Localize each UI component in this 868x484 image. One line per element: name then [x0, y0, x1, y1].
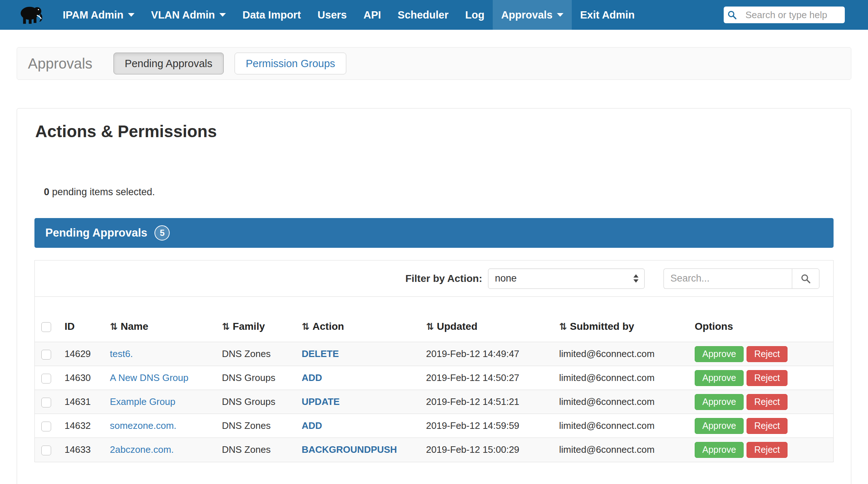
provision-logo[interactable] [18, 4, 44, 25]
row-checkbox[interactable] [41, 446, 51, 455]
col-header-action[interactable]: ⇅Action [297, 297, 422, 342]
help-search-input[interactable] [740, 7, 845, 23]
cell-updated: 2019-Feb-12 14:59:59 [422, 414, 555, 438]
nav-api[interactable]: API [355, 0, 389, 30]
cell-select [35, 342, 60, 366]
cell-submitted-by: limited@6connect.com [555, 342, 690, 366]
select-all-checkbox[interactable] [41, 322, 51, 332]
approval-name-link[interactable]: A New DNS Group [110, 372, 189, 383]
reject-button[interactable]: Reject [747, 346, 788, 362]
reject-button[interactable]: Reject [747, 418, 788, 434]
actions-permissions-panel: Actions & Permissions 0 pending items se… [17, 108, 851, 484]
top-navbar: IPAM Admin VLAN Admin Data Import Users … [0, 0, 868, 30]
approval-name-link[interactable]: somezone.com. [110, 420, 177, 431]
tab-pending-approvals[interactable]: Pending Approvals [113, 53, 224, 74]
row-checkbox[interactable] [41, 350, 51, 360]
table-row: 14630 A New DNS Group DNS Groups ADD 201… [35, 366, 833, 390]
nav-scheduler[interactable]: Scheduler [389, 0, 457, 30]
cell-family: DNS Zones [218, 438, 297, 462]
cell-id: 14630 [60, 366, 106, 390]
cell-select [35, 390, 60, 414]
select-arrows-icon [633, 274, 638, 283]
nav-log[interactable]: Log [457, 0, 493, 30]
cell-options: ApproveReject [690, 342, 833, 366]
cell-updated: 2019-Feb-12 14:49:47 [422, 342, 555, 366]
table-row: 14632 somezone.com. DNS Zones ADD 2019-F… [35, 414, 833, 438]
table-row: 14633 2abczone.com. DNS Zones BACKGROUND… [35, 438, 833, 462]
pending-approvals-header: Pending Approvals 5 [34, 218, 834, 248]
approve-button[interactable]: Approve [695, 370, 744, 386]
row-checkbox[interactable] [41, 398, 51, 407]
nav-data-import[interactable]: Data Import [234, 0, 309, 30]
col-header-family[interactable]: ⇅Family [218, 297, 297, 342]
page-header: Approvals Pending Approvals Permission G… [17, 47, 851, 80]
cell-id: 14632 [60, 414, 106, 438]
cell-submitted-by: limited@6connect.com [555, 438, 690, 462]
cell-action: ADD [297, 414, 422, 438]
nav-menu: IPAM Admin VLAN Admin Data Import Users … [54, 0, 643, 30]
cell-action: ADD [297, 366, 422, 390]
cell-action: UPDATE [297, 390, 422, 414]
mammoth-icon [18, 4, 44, 25]
approval-name-link[interactable]: test6. [110, 348, 133, 359]
search-icon [724, 7, 740, 23]
nav-users[interactable]: Users [309, 0, 355, 30]
search-icon [800, 273, 811, 284]
sort-icon: ⇅ [222, 321, 230, 332]
col-header-updated[interactable]: ⇅Updated [422, 297, 555, 342]
approve-button[interactable]: Approve [695, 394, 744, 410]
help-search [724, 7, 845, 23]
cell-submitted-by: limited@6connect.com [555, 414, 690, 438]
tab-permission-groups[interactable]: Permission Groups [235, 53, 347, 74]
cell-select [35, 438, 60, 462]
filter-toolbar: Filter by Action: none [35, 261, 833, 297]
col-header-options: Options [690, 297, 833, 342]
row-checkbox[interactable] [41, 422, 51, 431]
cell-options: ApproveReject [690, 366, 833, 390]
row-checkbox[interactable] [41, 374, 51, 383]
table-row: 14629 test6. DNS Zones DELETE 2019-Feb-1… [35, 342, 833, 366]
page-title: Approvals [28, 56, 92, 72]
cell-select [35, 366, 60, 390]
approvals-table-panel: Filter by Action: none ID ⇅ [34, 260, 834, 462]
nav-ipam-admin[interactable]: IPAM Admin [54, 0, 143, 30]
nav-exit-admin[interactable]: Exit Admin [572, 0, 643, 30]
cell-family: DNS Zones [218, 342, 297, 366]
chevron-down-icon [128, 13, 135, 17]
cell-select [35, 414, 60, 438]
pending-approvals-table: ID ⇅Name ⇅Family ⇅Action ⇅Updated ⇅Submi… [35, 297, 833, 462]
sort-icon: ⇅ [559, 321, 567, 332]
col-header-submitted-by[interactable]: ⇅Submitted by [555, 297, 690, 342]
col-header-name[interactable]: ⇅Name [106, 297, 218, 342]
cell-name: test6. [106, 342, 218, 366]
reject-button[interactable]: Reject [747, 370, 788, 386]
table-row: 14631 Example Group DNS Groups UPDATE 20… [35, 390, 833, 414]
approve-button[interactable]: Approve [695, 442, 744, 458]
cell-family: DNS Groups [218, 390, 297, 414]
table-search-input[interactable] [664, 268, 792, 289]
cell-name: A New DNS Group [106, 366, 218, 390]
col-header-select [35, 297, 60, 342]
reject-button[interactable]: Reject [747, 394, 788, 410]
selected-count-line: 0 pending items selected. [44, 186, 834, 198]
cell-id: 14631 [60, 390, 106, 414]
approval-name-link[interactable]: Example Group [110, 396, 175, 407]
cell-action: BACKGROUNDPUSH [297, 438, 422, 462]
approve-button[interactable]: Approve [695, 418, 744, 434]
approve-button[interactable]: Approve [695, 346, 744, 362]
reject-button[interactable]: Reject [747, 442, 788, 458]
cell-updated: 2019-Feb-12 14:51:21 [422, 390, 555, 414]
sort-icon: ⇅ [110, 321, 118, 332]
nav-vlan-admin[interactable]: VLAN Admin [143, 0, 234, 30]
action-filter-select[interactable]: none [488, 268, 645, 289]
table-search-button[interactable] [792, 268, 819, 289]
nav-approvals[interactable]: Approvals [493, 0, 572, 30]
chevron-down-icon [557, 13, 563, 17]
cell-options: ApproveReject [690, 414, 833, 438]
approval-name-link[interactable]: 2abczone.com. [110, 444, 174, 455]
cell-id: 14629 [60, 342, 106, 366]
cell-updated: 2019-Feb-12 15:00:29 [422, 438, 555, 462]
cell-name: 2abczone.com. [106, 438, 218, 462]
section-heading: Actions & Permissions [35, 122, 834, 141]
selected-count: 0 [44, 186, 49, 197]
